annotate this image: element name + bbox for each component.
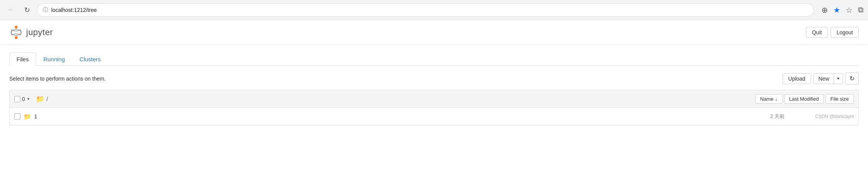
select-all-checkbox[interactable] <box>14 96 20 102</box>
folder-icon: 📁 <box>23 113 31 120</box>
jupyter-logo: jupyter <box>9 25 53 39</box>
profile-button[interactable]: ⧉ <box>858 5 863 14</box>
content-area: Files Running Clusters Select items to p… <box>0 45 868 133</box>
url-text: localhost:1212/tree <box>51 7 97 13</box>
file-last-modified: 2 天前 <box>770 113 784 120</box>
new-button[interactable]: New <box>814 74 834 84</box>
sort-modified-label: Last Modified <box>789 96 819 102</box>
checkbox-dropdown[interactable]: ▾ <box>27 96 30 101</box>
tab-running[interactable]: Running <box>36 52 72 66</box>
file-list-header: 0 ▾ 📁 / Name ↓ Last Modified File size <box>10 90 858 108</box>
tab-clusters[interactable]: Clusters <box>72 52 108 66</box>
new-button-group: New ▾ <box>813 73 843 84</box>
sort-size-button[interactable]: File size <box>825 94 854 104</box>
selected-count: 0 <box>22 96 25 102</box>
address-bar: ⓘ localhost:1212/tree <box>37 3 814 17</box>
toolbar-right: Upload New ▾ ↻ <box>783 73 859 84</box>
info-icon: ⓘ <box>43 7 48 13</box>
header-checkbox-area: 0 ▾ <box>14 96 30 102</box>
row-checkbox[interactable] <box>14 113 20 120</box>
jupyter-header: jupyter Quit Logout <box>0 20 868 45</box>
jupyter-logo-text: jupyter <box>26 27 53 37</box>
reload-icon: ↻ <box>24 6 30 14</box>
svg-point-0 <box>15 25 17 28</box>
sort-name-label: Name <box>760 96 774 102</box>
upload-button[interactable]: Upload <box>783 73 811 84</box>
bookmarks-button[interactable]: ☆ <box>846 5 853 15</box>
back-icon: ← <box>7 6 14 14</box>
sort-name-button[interactable]: Name ↓ <box>755 94 783 104</box>
file-row-right: 2 天前 CSDN @danicayni <box>770 113 854 120</box>
watermark: CSDN @danicayni <box>815 114 854 119</box>
file-list-header-right: Name ↓ Last Modified File size <box>755 94 854 104</box>
back-button[interactable]: ← <box>5 4 17 16</box>
tab-files[interactable]: Files <box>9 52 36 66</box>
header-buttons: Quit Logout <box>806 27 859 38</box>
current-folder-icon: 📁 <box>36 95 44 103</box>
browser-chrome: ← ↻ ⓘ localhost:1212/tree ⊕ ★ ☆ ⧉ <box>0 0 868 20</box>
select-message: Select items to perform actions on them. <box>9 76 106 82</box>
logout-button[interactable]: Logout <box>831 27 859 38</box>
file-list: 0 ▾ 📁 / Name ↓ Last Modified File size <box>9 90 859 125</box>
bookmark-star-button[interactable]: ★ <box>833 5 840 15</box>
file-name[interactable]: 1 <box>34 113 37 120</box>
tabs-bar: Files Running Clusters <box>9 52 859 66</box>
refresh-button[interactable]: ↻ <box>845 73 859 84</box>
quit-button[interactable]: Quit <box>806 27 828 38</box>
svg-point-2 <box>11 29 21 35</box>
sort-size-label: File size <box>830 96 849 102</box>
refresh-icon: ↻ <box>850 75 855 82</box>
table-row[interactable]: 📁 1 2 天前 CSDN @danicayni <box>10 108 858 125</box>
file-row-left: 📁 1 <box>14 113 770 120</box>
svg-point-1 <box>15 36 17 39</box>
file-list-header-left: 0 ▾ 📁 / <box>14 95 755 103</box>
new-dropdown-button[interactable]: ▾ <box>834 74 843 84</box>
zoom-button[interactable]: ⊕ <box>821 5 828 15</box>
sort-modified-button[interactable]: Last Modified <box>784 94 824 104</box>
sort-arrow-icon: ↓ <box>775 96 778 102</box>
breadcrumb: / <box>47 96 48 102</box>
toolbar-row: Select items to perform actions on them.… <box>9 73 859 84</box>
browser-actions: ⊕ ★ ☆ ⧉ <box>821 5 863 15</box>
reload-button[interactable]: ↻ <box>21 4 33 16</box>
jupyter-logo-icon <box>9 25 23 39</box>
